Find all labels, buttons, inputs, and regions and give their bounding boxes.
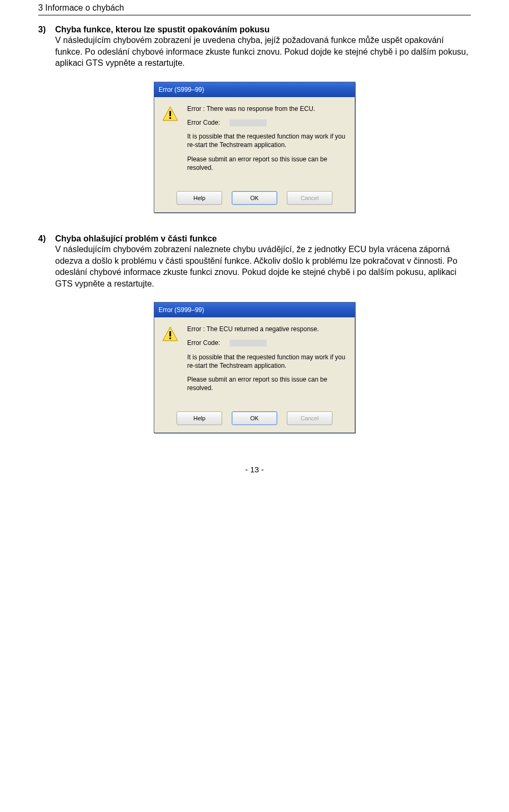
error-message-line3: Please submit an error report so this is… [187, 375, 346, 392]
error-code-value-redacted [230, 340, 267, 347]
page-header: 3 Informace o chybách [38, 0, 471, 15]
help-button[interactable]: Help [177, 191, 222, 205]
warning-icon [162, 106, 179, 123]
item-body: V následujícím chybovém zobrazení nalezn… [55, 244, 471, 289]
error-code-label: Error Code: [187, 339, 220, 347]
error-dialog: Error (S999–99) Error : The ECU returned… [154, 302, 355, 433]
error-message-line3: Please submit an error report so this is… [187, 155, 346, 172]
error-message-line1: Error : There was no response from the E… [187, 105, 346, 113]
dialog-titlebar: Error (S999–99) [154, 82, 355, 97]
warning-icon [162, 326, 179, 343]
dialog-button-bar: Help OK Cancel [154, 180, 355, 212]
error-message-line2: It is possible that the requested functi… [187, 353, 346, 370]
svg-rect-5 [170, 338, 171, 339]
error-message-line1: Error : The ECU returned a negative resp… [187, 325, 346, 333]
error-code-label: Error Code: [187, 118, 220, 127]
ok-button[interactable]: OK [232, 191, 277, 205]
svg-rect-2 [170, 117, 171, 119]
document-page: 3 Informace o chybách 3) Chyba funkce, k… [0, 0, 509, 490]
dialog-title: Error (S999–99) [159, 86, 204, 93]
item-3: 3) Chyba funkce, kterou lze spustit opak… [38, 25, 471, 69]
dialog-screenshot-1: Error (S999–99) Error : There was no res… [38, 82, 471, 213]
ok-button[interactable]: OK [232, 411, 277, 425]
item-4: 4) Chyba ohlašující problém v části funk… [38, 234, 471, 289]
dialog-button-bar: Help OK Cancel [154, 401, 355, 433]
item-title: Chyba funkce, kterou lze spustit opaková… [55, 25, 270, 34]
help-button[interactable]: Help [177, 411, 222, 425]
item-body: V následujícím chybovém zobrazení je uve… [55, 34, 471, 69]
error-message-line2: It is possible that the requested functi… [187, 132, 346, 149]
dialog-title: Error (S999–99) [159, 306, 204, 314]
error-code-value-redacted [230, 119, 267, 126]
error-dialog: Error (S999–99) Error : There was no res… [154, 82, 355, 213]
svg-rect-4 [170, 331, 171, 336]
item-number: 4) [38, 234, 55, 244]
cancel-button: Cancel [287, 411, 332, 425]
svg-rect-1 [170, 111, 171, 116]
dialog-screenshot-2: Error (S999–99) Error : The ECU returned… [38, 302, 471, 433]
item-title: Chyba ohlašující problém v části funkce [55, 234, 217, 244]
dialog-titlebar: Error (S999–99) [154, 303, 355, 317]
cancel-button: Cancel [287, 191, 332, 205]
item-number: 3) [38, 25, 55, 34]
page-number: - 13 - [38, 465, 471, 474]
